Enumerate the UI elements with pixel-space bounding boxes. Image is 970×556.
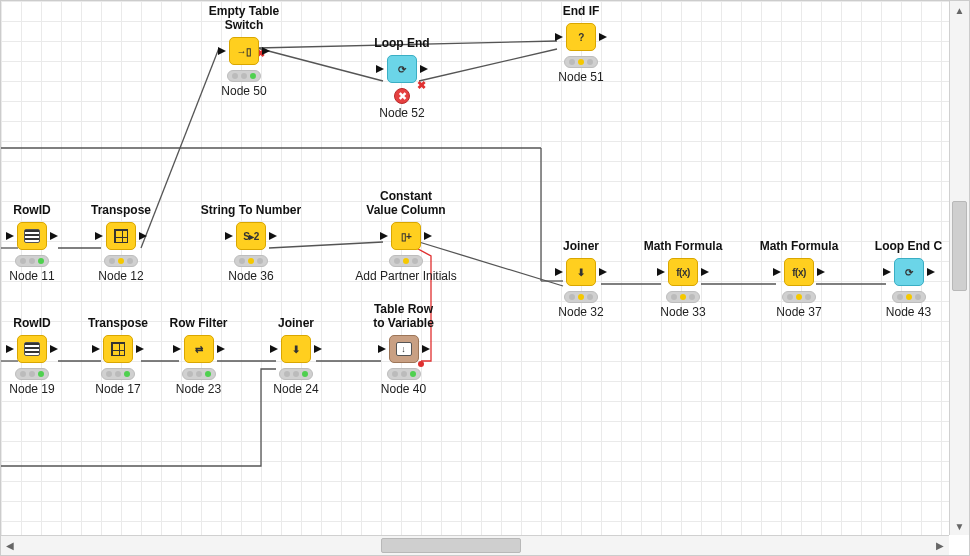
scroll-left-button[interactable]: ◀ (1, 537, 19, 555)
node-title: Loop End (374, 36, 429, 50)
status-indicator (227, 70, 261, 82)
node-label: Node 40 (381, 382, 426, 396)
node-math-formula-37[interactable]: Math Formula f(x) Node 37 (749, 239, 849, 319)
node-label: Node 32 (558, 305, 603, 319)
node-title: Transpose (88, 316, 148, 330)
status-indicator (666, 291, 700, 303)
string-to-number-icon: S▸2 (236, 222, 266, 250)
node-title: RowID (13, 203, 50, 217)
node-title: Table Row to Variable (373, 302, 434, 330)
switch-icon: →▯ (229, 37, 259, 65)
node-label: Node 52 (379, 106, 424, 120)
node-label: Node 24 (273, 382, 318, 396)
node-label: Add Partner Initials (355, 269, 456, 283)
status-indicator (15, 368, 49, 380)
node-title: Transpose (91, 203, 151, 217)
node-title: Joiner (278, 316, 314, 330)
node-math-formula-33[interactable]: Math Formula f(x) Node 33 (633, 239, 733, 319)
rowid-icon (17, 222, 47, 250)
node-transpose-17[interactable]: Transpose Node 17 (73, 316, 163, 396)
vertical-scroll-thumb[interactable] (952, 201, 967, 291)
status-indicator (892, 291, 926, 303)
end-if-icon: ? (566, 23, 596, 51)
status-indicator (15, 255, 49, 267)
transpose-icon (106, 222, 136, 250)
node-empty-table-switch[interactable]: Empty Table Switch →▯ Node 50 (194, 4, 294, 98)
node-title: Loop End C (875, 239, 942, 253)
horizontal-scroll-thumb[interactable] (381, 538, 521, 553)
node-title: Joiner (563, 239, 599, 253)
node-title: Row Filter (169, 316, 227, 330)
scroll-up-button[interactable]: ▲ (951, 1, 969, 19)
status-indicator (104, 255, 138, 267)
node-label: Node 23 (176, 382, 221, 396)
rowid-icon (17, 335, 47, 363)
node-title: Math Formula (644, 239, 723, 253)
node-end-if[interactable]: End IF ? Node 51 (536, 4, 626, 84)
node-title: String To Number (201, 203, 301, 217)
node-string-to-number[interactable]: String To Number S▸2 Node 36 (196, 203, 306, 283)
transpose-icon (103, 335, 133, 363)
constant-value-column-icon: ▯+ (391, 222, 421, 250)
node-table-row-to-variable[interactable]: Table Row to Variable ↓ Node 40 (356, 302, 451, 396)
node-title: Constant Value Column (366, 189, 445, 217)
horizontal-scrollbar[interactable]: ◀ ▶ (1, 535, 949, 555)
loop-end-icon: ⟳ (387, 55, 417, 83)
node-label: Node 36 (228, 269, 273, 283)
node-rowid-11[interactable]: RowID Node 11 (0, 203, 71, 283)
node-label: Node 50 (221, 84, 266, 98)
node-label: Node 33 (660, 305, 705, 319)
status-indicator (389, 255, 423, 267)
row-filter-icon: ⇄ (184, 335, 214, 363)
node-label: Node 12 (98, 269, 143, 283)
math-formula-icon: f(x) (784, 258, 814, 286)
vertical-scrollbar[interactable]: ▲ ▼ (949, 1, 969, 535)
node-label: Node 11 (9, 269, 54, 283)
node-row-filter[interactable]: Row Filter ⇄ Node 23 (156, 316, 241, 396)
node-loop-end-52[interactable]: Loop End ⟳ ✖ Node 52 (357, 36, 447, 120)
error-badge: ✖ (394, 88, 410, 104)
node-loop-end-43[interactable]: Loop End C ⟳ Node 43 (861, 239, 956, 319)
scroll-right-button[interactable]: ▶ (931, 537, 949, 555)
status-indicator (564, 291, 598, 303)
node-label: Node 37 (776, 305, 821, 319)
node-title: End IF (563, 4, 600, 18)
node-joiner-32[interactable]: Joiner ⬇ Node 32 (541, 239, 621, 319)
joiner-icon: ⬇ (281, 335, 311, 363)
node-label: Node 43 (886, 305, 931, 319)
joiner-icon: ⬇ (566, 258, 596, 286)
node-title: Math Formula (760, 239, 839, 253)
loop-end-icon: ⟳ (894, 258, 924, 286)
node-transpose-12[interactable]: Transpose Node 12 (76, 203, 166, 283)
status-indicator (234, 255, 268, 267)
node-label: Node 19 (9, 382, 54, 396)
table-to-variable-icon: ↓ (389, 335, 419, 363)
node-label: Node 51 (558, 70, 603, 84)
workflow-editor-viewport: ✖ ✖ Empty Table Switch →▯ Node 50 Loop E… (0, 0, 970, 556)
node-label: Node 17 (95, 382, 140, 396)
node-joiner-24[interactable]: Joiner ⬇ Node 24 (256, 316, 336, 396)
workflow-canvas[interactable]: ✖ ✖ Empty Table Switch →▯ Node 50 Loop E… (1, 1, 949, 535)
node-constant-value-column[interactable]: Constant Value Column ▯+ Add Partner Ini… (351, 189, 461, 283)
status-indicator (387, 368, 421, 380)
status-indicator (279, 368, 313, 380)
status-indicator (182, 368, 216, 380)
math-formula-icon: f(x) (668, 258, 698, 286)
node-title: RowID (13, 316, 50, 330)
node-title: Empty Table Switch (194, 4, 294, 32)
status-indicator (101, 368, 135, 380)
scroll-down-button[interactable]: ▼ (951, 517, 969, 535)
node-rowid-19[interactable]: RowID Node 19 (0, 316, 71, 396)
status-indicator (564, 56, 598, 68)
status-indicator (782, 291, 816, 303)
